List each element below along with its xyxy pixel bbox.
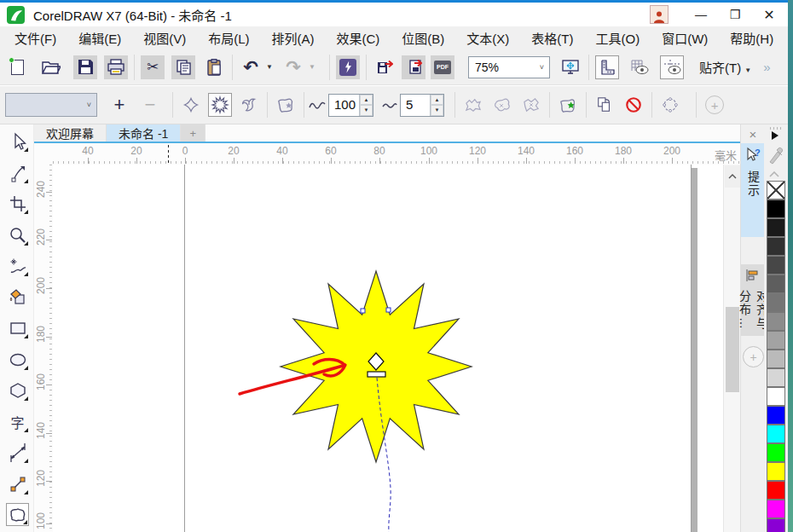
vertical-scrollbar[interactable]	[723, 165, 740, 532]
flyout-indicator[interactable]	[24, 147, 28, 152]
fullscreen-preview-button[interactable]	[559, 55, 582, 79]
palette-grip[interactable]	[770, 127, 782, 130]
document-tab-1[interactable]: 未命名 -1	[107, 124, 181, 142]
scroll-up-button[interactable]	[725, 165, 740, 188]
export-button[interactable]	[402, 55, 425, 79]
flyout-indicator[interactable]	[24, 179, 28, 183]
zipper-frequency-spinner[interactable]: 5 ▲▼	[400, 94, 444, 117]
spin-down-icon[interactable]: ▼	[360, 105, 373, 116]
menu-item-6[interactable]: 位图(B)	[391, 29, 455, 47]
smart-fill-tool[interactable]	[6, 286, 29, 309]
application-launcher-button[interactable]	[336, 55, 360, 79]
menu-item-8[interactable]: 表格(T)	[520, 29, 584, 47]
dimension-tool[interactable]	[6, 441, 29, 464]
flyout-indicator[interactable]	[24, 241, 28, 246]
color-swatch-magenta[interactable]	[767, 500, 785, 518]
zipper-amplitude-spinner[interactable]: 100 ▲▼	[328, 94, 373, 117]
docker-close-button[interactable]: ×	[744, 126, 761, 142]
color-swatch-10-black[interactable]	[767, 368, 785, 387]
spin-up-icon[interactable]: ▲	[360, 95, 373, 106]
quick-customize-button[interactable]: +	[743, 346, 764, 367]
flyout-indicator[interactable]	[24, 490, 28, 494]
menu-item-11[interactable]: 帮助(H)	[719, 29, 784, 47]
delete-preset-button[interactable]: −	[138, 93, 162, 117]
color-swatch-60-black[interactable]	[767, 275, 785, 293]
copy-button[interactable]	[171, 55, 195, 79]
preset-combobox[interactable]: ˅	[5, 93, 97, 117]
local-distortion-button[interactable]	[519, 93, 543, 117]
add-new-distortion-button[interactable]	[274, 93, 298, 117]
add-preset-button[interactable]: +	[107, 93, 131, 117]
snap-to-menu-button[interactable]: 贴齐(T) ▼	[694, 58, 756, 76]
smooth-distortion-button[interactable]	[490, 93, 514, 117]
color-swatch-no-color[interactable]	[767, 181, 785, 200]
distortion-tool[interactable]	[6, 503, 29, 526]
flyout-indicator[interactable]	[24, 366, 28, 370]
connector-tool[interactable]	[6, 472, 29, 495]
menu-item-9[interactable]: 工具(O)	[584, 29, 651, 47]
zipper-distortion-button[interactable]	[208, 93, 232, 117]
color-swatch-white[interactable]	[767, 387, 785, 406]
clear-distortion-button[interactable]	[622, 93, 645, 117]
spin-down-icon[interactable]: ▼	[431, 105, 443, 116]
flyout-indicator[interactable]	[24, 272, 28, 276]
color-swatch-70-black[interactable]	[767, 256, 785, 275]
show-rulers-toggle[interactable]	[595, 55, 619, 79]
shape-tool[interactable]	[6, 161, 29, 184]
amplitude-slider-handle[interactable]	[368, 372, 385, 377]
palette-flyout-icon[interactable]	[772, 131, 779, 140]
docker-tab-align-distribute[interactable]: 对齐与分布…	[741, 264, 765, 336]
redo-button[interactable]: ↷	[281, 55, 305, 79]
maximize-button[interactable]: ❒	[718, 3, 752, 26]
quick-customize-button[interactable]: +	[703, 93, 726, 117]
color-swatch-black[interactable]	[767, 200, 785, 218]
color-swatch-yellow[interactable]	[767, 462, 785, 481]
new-tab-button[interactable]: +	[181, 124, 205, 142]
print-button[interactable]	[104, 55, 128, 79]
cut-button[interactable]: ✂	[141, 55, 165, 79]
color-swatch-40-black[interactable]	[767, 312, 785, 331]
color-swatch-90-black[interactable]	[767, 218, 785, 237]
color-eyedropper-icon[interactable]	[767, 145, 785, 165]
zoom-tool[interactable]	[6, 223, 29, 246]
minimize-button[interactable]: —	[684, 3, 718, 26]
curve-node[interactable]	[361, 309, 365, 313]
title-bar[interactable]: CorelDRAW X7 (64-Bit) - 未命名 -1 — ❒ ✕	[0, 3, 788, 26]
color-swatch-blue[interactable]	[767, 406, 785, 425]
import-button[interactable]	[373, 55, 396, 79]
flyout-indicator[interactable]	[24, 334, 28, 338]
color-swatch-80-black[interactable]	[767, 237, 785, 256]
new-document-button[interactable]	[5, 55, 29, 79]
pick-tool[interactable]	[6, 130, 29, 153]
color-swatch-30-black[interactable]	[767, 331, 785, 350]
vertical-ruler[interactable]: 240220200180160140120100	[34, 165, 53, 532]
menu-item-3[interactable]: 布局(L)	[197, 29, 260, 47]
publish-pdf-button[interactable]: PDF	[431, 55, 454, 79]
open-button[interactable]	[39, 55, 63, 79]
spin-up-icon[interactable]: ▲	[431, 95, 443, 106]
color-swatch-50-black[interactable]	[767, 293, 785, 312]
flyout-indicator[interactable]	[24, 210, 28, 214]
undo-button[interactable]: ↶	[239, 55, 263, 79]
color-swatch-purple[interactable]	[767, 518, 785, 532]
new-distortion-button[interactable]	[556, 93, 580, 117]
paste-button[interactable]	[202, 55, 226, 79]
show-guidelines-toggle[interactable]	[660, 55, 684, 79]
menu-item-2[interactable]: 视图(V)	[132, 29, 197, 47]
menu-item-1[interactable]: 编辑(E)	[67, 29, 132, 47]
copy-distortion-button[interactable]	[593, 93, 616, 117]
ellipse-tool[interactable]	[6, 348, 29, 371]
close-button[interactable]: ✕	[752, 3, 786, 26]
redo-dropdown[interactable]: ▼	[307, 63, 317, 71]
color-swatch-green[interactable]	[767, 443, 785, 462]
freehand-tool[interactable]	[6, 254, 29, 277]
drawing-canvas[interactable]	[53, 165, 723, 532]
flyout-indicator[interactable]	[24, 459, 28, 463]
flyout-indicator[interactable]	[23, 520, 27, 524]
menu-item-0[interactable]: 文件(F)	[3, 29, 67, 47]
menu-item-5[interactable]: 效果(C)	[326, 29, 391, 47]
menu-item-4[interactable]: 排列(A)	[261, 29, 326, 47]
show-grid-toggle[interactable]	[628, 55, 651, 79]
center-distortion-button[interactable]	[658, 93, 682, 117]
save-button[interactable]	[73, 55, 97, 79]
